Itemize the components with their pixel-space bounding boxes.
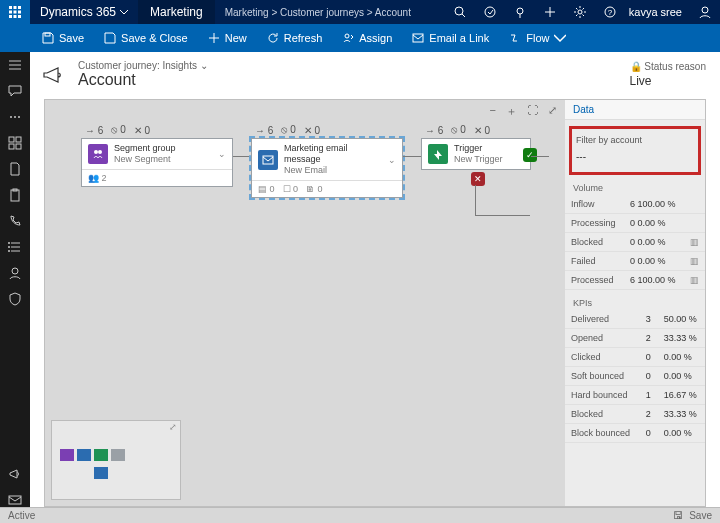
add-button[interactable] <box>535 0 565 24</box>
email-link-button[interactable]: Email a Link <box>402 24 499 52</box>
chevron-down-icon[interactable]: ⌄ <box>218 149 226 159</box>
svg-point-15 <box>702 7 708 13</box>
trigger-tile[interactable]: TriggerNew Trigger <box>421 138 531 170</box>
crumb-1[interactable]: Customer journeys <box>280 7 364 18</box>
user-avatar[interactable] <box>690 0 720 24</box>
app-launcher[interactable] <box>0 0 30 24</box>
status-value: Live <box>630 74 707 88</box>
fullscreen-icon[interactable]: ⤢ <box>548 104 557 119</box>
person-icon <box>698 5 712 19</box>
connector <box>475 185 476 215</box>
tile-stats: → 6 ⦸ 0 ✕ 0 <box>81 122 233 138</box>
svg-rect-22 <box>9 137 14 142</box>
connector <box>233 156 251 157</box>
zoom-out-icon[interactable]: − <box>490 104 496 119</box>
volume-table: Inflow6 100.00 %Processing0 0.00 %Blocke… <box>565 195 705 290</box>
help-button[interactable]: ? <box>595 0 625 24</box>
minimap[interactable]: ⤢ <box>51 420 181 500</box>
refresh-icon <box>267 32 279 44</box>
save-icon[interactable]: 🖫 <box>673 510 683 521</box>
svg-rect-24 <box>9 144 14 149</box>
task-button[interactable] <box>475 0 505 24</box>
svg-rect-2 <box>18 6 21 9</box>
svg-rect-4 <box>14 11 17 14</box>
lock-icon: 🔒 <box>630 61 642 72</box>
mail-nav-icon[interactable] <box>8 493 22 507</box>
table-row: Inflow6 100.00 % <box>565 195 705 214</box>
journey-canvas[interactable]: − ＋ ⛶ ⤢ → 6 ⦸ 0 ✕ 0 Segment gro <box>45 100 565 506</box>
filter-by-account[interactable]: Filter by account --- <box>569 126 701 175</box>
expand-icon[interactable]: ⤢ <box>169 422 177 432</box>
flow-icon <box>509 32 521 44</box>
mail-icon <box>258 150 278 170</box>
shield-icon[interactable] <box>8 292 22 306</box>
svg-point-10 <box>485 7 495 17</box>
app-name: Dynamics 365 <box>40 5 116 19</box>
grid-icon[interactable] <box>8 136 22 150</box>
svg-point-11 <box>517 8 523 14</box>
list-icon[interactable] <box>8 240 22 254</box>
assign-button[interactable]: Assign <box>332 24 402 52</box>
save-button[interactable]: Save <box>32 24 94 52</box>
more-icon[interactable] <box>8 110 22 124</box>
connector <box>475 215 530 216</box>
chevron-down-icon[interactable]: ⌄ <box>388 155 396 165</box>
email-tile[interactable]: Marketing email messageNew Email ⌄ ▤ 0 ☐… <box>251 138 403 198</box>
save-label[interactable]: Save <box>689 510 712 521</box>
page-title: Account <box>78 71 208 89</box>
svg-point-9 <box>455 7 463 15</box>
crumb-2[interactable]: Account <box>375 7 411 18</box>
app-switcher[interactable]: Dynamics 365 <box>30 5 138 19</box>
svg-point-20 <box>14 116 16 118</box>
table-row: Opened233.33 % <box>565 329 705 348</box>
data-panel: Data Filter by account --- Volume Inflow… <box>565 100 705 506</box>
person-icon[interactable] <box>8 266 22 280</box>
flow-button[interactable]: Flow <box>499 24 576 52</box>
segment-tile[interactable]: Segment groupNew Segment ⌄ 👥 2 <box>81 138 233 187</box>
plus-icon <box>544 6 556 18</box>
module-name[interactable]: Marketing <box>138 0 215 24</box>
check-ok-icon: ✓ <box>523 148 537 162</box>
svg-rect-32 <box>9 496 21 504</box>
menu-icon[interactable] <box>8 58 22 72</box>
fit-icon[interactable]: ⛶ <box>527 104 538 119</box>
save-icon <box>42 32 54 44</box>
search-button[interactable] <box>445 0 475 24</box>
page-subtitle[interactable]: Customer journey: Insights ⌄ <box>78 60 208 71</box>
crumb-0[interactable]: Marketing <box>225 7 269 18</box>
connector <box>531 156 549 157</box>
assistant-button[interactable] <box>505 0 535 24</box>
record-status: Active <box>8 510 35 521</box>
left-nav <box>0 52 30 507</box>
chevron-down-icon <box>120 8 128 16</box>
chat-icon[interactable] <box>8 84 22 98</box>
table-row: Failed0 0.00 %▥ <box>565 252 705 271</box>
save-close-button[interactable]: Save & Close <box>94 24 198 52</box>
user-name[interactable]: kavya sree <box>625 6 690 18</box>
svg-rect-35 <box>263 156 273 164</box>
refresh-button[interactable]: Refresh <box>257 24 333 52</box>
document-icon[interactable] <box>8 162 22 176</box>
tile-trigger-group: → 6 ⦸ 0 ✕ 0 TriggerNew Trigger ✓ ✕ <box>421 122 531 170</box>
table-row: Hard bounced116.67 % <box>565 386 705 405</box>
zoom-in-icon[interactable]: ＋ <box>506 104 517 119</box>
bulb-icon <box>514 6 526 18</box>
volume-heading: Volume <box>565 181 705 195</box>
svg-rect-18 <box>413 34 423 42</box>
tile-stats: → 6 ⦸ 0 ✕ 0 <box>421 122 531 138</box>
settings-button[interactable] <box>565 0 595 24</box>
svg-point-17 <box>345 34 349 38</box>
page-header: Customer journey: Insights ⌄ Account 🔒 S… <box>30 52 720 95</box>
data-tab[interactable]: Data <box>565 100 705 120</box>
command-bar: Save Save & Close New Refresh Assign Ema… <box>0 24 720 52</box>
chevron-down-icon: ⌄ <box>200 60 208 71</box>
new-button[interactable]: New <box>198 24 257 52</box>
megaphone-nav-icon[interactable] <box>8 467 22 481</box>
svg-point-19 <box>10 116 12 118</box>
mail-icon <box>412 32 424 44</box>
svg-rect-3 <box>9 11 12 14</box>
svg-rect-5 <box>18 11 21 14</box>
phone-icon[interactable] <box>8 214 22 228</box>
svg-rect-7 <box>14 15 17 18</box>
clipboard-icon[interactable] <box>8 188 22 202</box>
